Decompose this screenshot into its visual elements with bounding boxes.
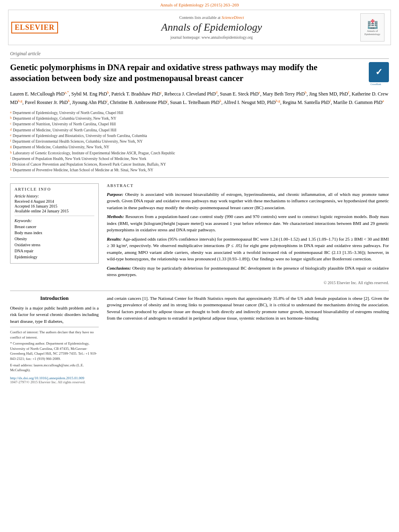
article-title-section: Genetic polymorphisms in DNA repair and …: [10, 62, 389, 85]
author-3: Patrick T. Bradshaw PhDc,: [111, 91, 164, 97]
conflict-statement: Conflict of interest: The authors declar…: [10, 330, 99, 340]
author-9: Pavel Rossner Jr. PhDh,: [25, 100, 72, 105]
author-14: Regina M. Santella PhDf,: [283, 100, 333, 105]
doi-link[interactable]: http://dx.doi.org/10.1016/j.annepidem.20…: [10, 376, 99, 380]
author-12: Susan L. Teitelbaum PhDk,: [170, 100, 224, 105]
copyright-line: © 2015 Elsevier Inc. All rights reserved…: [107, 281, 389, 285]
affiliation-j: jDivision of Cancer Prevention and Popul…: [10, 162, 389, 167]
article-info-column: ARTICLE INFO Article history: Received 4…: [10, 183, 99, 285]
crossmark-icon: ✓: [375, 67, 382, 77]
abstract-methods: Methods: Resources from a population-bas…: [107, 213, 389, 233]
journal-logo-right: 🏥 Annals ofEpidemiology: [358, 13, 387, 42]
affiliations-list: aDepartment of Epidemiology, University …: [10, 110, 389, 178]
affiliation-a: aDepartment of Epidemiology, University …: [10, 110, 389, 116]
journal-header: ELSEVIER Contents lists available at Sci…: [8, 10, 391, 45]
article-info-title: ARTICLE INFO: [15, 187, 94, 191]
available-date: Available online 24 January 2015: [15, 209, 94, 213]
journal-reference: Annals of Epidemiology 25 (2015) 263–269: [0, 0, 399, 8]
received-date: Received 4 August 2014: [15, 199, 94, 204]
author-11: Christine B. Ambrosone PhDj,: [110, 100, 170, 105]
elsevier-logo: ELSEVIER: [12, 17, 57, 39]
intro-left-column: Introduction Obesity is a major public h…: [10, 295, 99, 384]
introduction-section: Introduction Obesity is a major public h…: [10, 291, 389, 384]
affiliation-f: fDepartment of Environmental Health Scie…: [10, 139, 389, 144]
abstract-column: ABSTRACT Purpose: Obesity is associated …: [107, 183, 389, 285]
abstract-conclusions: Conclusions: Obesity may be particularly…: [107, 265, 389, 278]
crossmark-badge[interactable]: ✓: [369, 62, 389, 82]
affiliation-c: cDepartment of Nutrition, University of …: [10, 121, 389, 127]
intro-right-text: and certain cancers [1]. The National Ce…: [107, 295, 389, 322]
abstract-section: ABSTRACT Purpose: Obesity is associated …: [107, 183, 389, 285]
abstract-text: Purpose: Obesity is associated with incr…: [107, 191, 389, 278]
author-10: Jiyoung Ahn PhDi,: [72, 100, 110, 105]
affiliation-h: hLaboratory of Genetic Ecotoxicology, In…: [10, 150, 389, 156]
intro-right-column: and certain cancers [1]. The National Ce…: [107, 295, 389, 384]
keywords-label: Keywords:: [15, 218, 94, 223]
author-1: Lauren E. McCullough PhDa,*,: [10, 91, 71, 97]
abstract-purpose: Purpose: Obesity is associated with incr…: [107, 191, 389, 211]
author-5: Susan E. Steck PhDe,: [220, 91, 263, 97]
article-title: Genetic polymorphisms in DNA repair and …: [10, 62, 357, 84]
sciencedirect-link[interactable]: ScienceDirect: [222, 15, 244, 20]
issn-copyright: 1047-2797/© 2015 Elsevier Inc. All right…: [10, 380, 99, 384]
keyword-breast-cancer: Breast cancer: [15, 224, 94, 230]
contents-available-line: Contents lists available at ScienceDirec…: [65, 15, 358, 20]
author-6: Mary Beth Terry PhDb,: [263, 91, 309, 97]
affiliation-e: eDepartment of Epidemiology and Biostati…: [10, 133, 389, 139]
author-4: Rebecca J. Cleveland PhDd,: [164, 91, 220, 97]
journal-homepage: journal homepage: www.annalsofepidemiolo…: [65, 35, 358, 39]
footnotes-box: Conflict of interest: The authors declar…: [10, 327, 99, 373]
affiliation-b: bDepartment of Epidemiology, Columbia Un…: [10, 116, 389, 121]
abstract-results: Results: Age-adjusted odds ratios (95% c…: [107, 236, 389, 262]
affiliation-k: kDepartment of Preventive Medicine, Icha…: [10, 167, 389, 173]
info-abstract-section: ARTICLE INFO Article history: Received 4…: [10, 183, 389, 285]
keyword-epidemiology: Epidemiology: [15, 254, 94, 260]
article-type: Original article: [10, 51, 389, 59]
journal-logo-icon: 🏥: [367, 19, 378, 29]
publisher-logo-area: ELSEVIER: [12, 17, 65, 39]
keyword-dna-repair: DNA repair: [15, 248, 94, 254]
keyword-obesity: Obesity: [15, 236, 94, 242]
main-content: Original article Genetic polymorphisms i…: [0, 47, 399, 388]
keyword-bmi: Body mass index: [15, 230, 94, 236]
author-15: Marilie D. Gammon PhDa: [333, 100, 384, 105]
author-13: Alfred I. Neugut MD, PhDb,g,: [224, 100, 283, 105]
journal-name: Annals of Epidemiology: [65, 21, 358, 33]
author-2: Sybil M. Eng PhDb,: [71, 91, 111, 97]
article-history-label: Article history:: [15, 194, 94, 198]
keyword-oxidative-stress: Oxidative stress: [15, 242, 94, 248]
crossmark-area: ✓ CrossMark: [363, 62, 389, 85]
journal-title-area: Contents lists available at ScienceDirec…: [65, 15, 358, 39]
introduction-title: Introduction: [10, 295, 99, 301]
affiliation-d: dDepartment of Medicine, University of N…: [10, 127, 389, 133]
author-7: Jing Shen MD, PhDf,: [309, 91, 352, 97]
affiliation-i: iDepartment of Population Health, New Yo…: [10, 156, 389, 162]
crossmark-label: CrossMark: [370, 83, 381, 85]
journal-icon-box: 🏥 Annals ofEpidemiology: [360, 13, 384, 42]
affiliation-g: gDepartment of Medicine, Columbia Univer…: [10, 144, 389, 150]
accepted-date: Accepted 16 January 2015: [15, 204, 94, 208]
authors-list: Lauren E. McCullough PhDa,*, Sybil M. En…: [10, 89, 389, 107]
corresponding-author: * Corresponding author. Department of Ep…: [10, 341, 99, 361]
article-info-box: ARTICLE INFO Article history: Received 4…: [10, 183, 99, 264]
abstract-title: ABSTRACT: [107, 183, 389, 188]
email-address: E-mail address: lauren.mccullough@unc.ed…: [10, 363, 99, 373]
intro-left-text: Obesity is a major public health problem…: [10, 305, 99, 325]
